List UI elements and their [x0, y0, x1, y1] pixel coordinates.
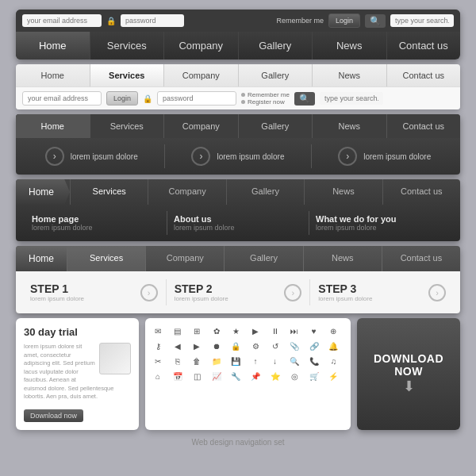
nav1-password-input[interactable] [121, 14, 184, 27]
nav1-login-button[interactable]: Login [328, 13, 360, 28]
icon-cell-8[interactable]: ♥ [308, 324, 321, 337]
arrow-circle-0[interactable]: › [45, 147, 64, 166]
icon-cell-10[interactable]: ⚷ [152, 340, 164, 352]
icon-cell-4[interactable]: ★ [229, 324, 242, 337]
nav5-link-news[interactable]: News [303, 246, 382, 271]
nav3-link-gallery[interactable]: Gallery [239, 114, 313, 138]
download-now-button[interactable]: DOWNLOAD NOW ⬇ [357, 318, 460, 430]
icon-cell-36[interactable]: ⭐ [269, 370, 282, 382]
icon-cell-3[interactable]: ✿ [210, 324, 223, 337]
icon-cell-19[interactable]: 🔔 [327, 340, 340, 352]
arrow-circle-2[interactable]: › [338, 147, 357, 166]
nav4-link-company[interactable]: Company [148, 179, 225, 205]
icon-cell-2[interactable]: ⊞ [190, 324, 203, 337]
step-arrow-0[interactable]: › [140, 284, 158, 301]
nav2-password-input[interactable] [157, 91, 236, 106]
trial-download-button[interactable]: Download now [24, 409, 83, 422]
nav4-section-sub-2: lorem ipsum dolore [316, 224, 444, 232]
icon-cell-30[interactable]: ⌂ [152, 370, 164, 382]
nav4-link-services[interactable]: Services [70, 179, 148, 205]
nav5-top: HomeServicesCompanyGalleryNewsContact us [16, 246, 460, 271]
icon-cell-15[interactable]: ⚙ [249, 340, 262, 352]
nav4-link-gallery[interactable]: Gallery [226, 179, 304, 205]
nav5-link-contact-us[interactable]: Contact us [382, 246, 460, 271]
icon-cell-12[interactable]: ▶ [190, 340, 203, 352]
icon-cell-31[interactable]: 📅 [171, 370, 184, 382]
icon-cell-28[interactable]: 📞 [308, 355, 321, 367]
nav1-email-input[interactable] [22, 14, 102, 27]
icon-cell-14[interactable]: 🔒 [229, 340, 242, 352]
nav2-search-input[interactable] [320, 92, 383, 105]
nav4-link-contact-us[interactable]: Contact us [382, 179, 460, 205]
nav2-link-services[interactable]: Services [90, 64, 165, 86]
nav4-content: Home pagelorem ipsum doloreAbout uslorem… [16, 205, 460, 241]
dot-icon [241, 93, 245, 97]
icon-cell-18[interactable]: 🔗 [308, 340, 321, 352]
nav1-search-button[interactable]: 🔍 [365, 14, 386, 28]
step-arrow-2[interactable]: › [428, 284, 446, 301]
nav3-link-home[interactable]: Home [16, 114, 90, 138]
nav1-link-contact-us[interactable]: Contact us [387, 32, 461, 60]
icon-cell-17[interactable]: 📎 [288, 340, 301, 352]
step-arrow-1[interactable]: › [284, 284, 301, 301]
icon-cell-9[interactable]: ⊕ [327, 324, 340, 337]
icon-cell-32[interactable]: ◫ [190, 370, 203, 382]
nav1-link-home[interactable]: Home [16, 32, 90, 60]
icon-cell-13[interactable]: ⏺ [210, 340, 223, 352]
icon-cell-20[interactable]: ✂ [152, 355, 164, 367]
nav2-email-input[interactable] [22, 91, 102, 106]
nav2-search-button[interactable]: 🔍 [294, 92, 315, 106]
icon-cell-22[interactable]: 🗑 [190, 355, 203, 367]
icon-cell-39[interactable]: ⚡ [327, 370, 340, 382]
icon-cell-1[interactable]: ▤ [171, 324, 184, 337]
nav2-link-news[interactable]: News [313, 64, 387, 86]
icon-cell-27[interactable]: 🔍 [288, 355, 301, 367]
icon-cell-33[interactable]: 📈 [210, 370, 223, 382]
nav3-arrow-item-1: ›lorem ipsum dolore [191, 147, 284, 166]
nav5-home-link[interactable]: Home [16, 246, 67, 271]
nav4-section-0: Home pagelorem ipsum dolore [25, 211, 167, 235]
nav3-link-news[interactable]: News [313, 114, 387, 138]
icon-cell-5[interactable]: ▶ [249, 324, 262, 337]
nav1-link-news[interactable]: News [313, 32, 387, 60]
icon-cell-7[interactable]: ⏭ [288, 324, 301, 337]
icon-cell-37[interactable]: ◎ [288, 370, 301, 382]
nav3-link-contact-us[interactable]: Contact us [387, 114, 461, 138]
icon-cell-34[interactable]: 🔧 [229, 370, 242, 382]
nav1-search-input[interactable] [390, 14, 454, 27]
nav5-link-company[interactable]: Company [145, 246, 224, 271]
icon-cell-38[interactable]: 🛒 [308, 370, 321, 382]
icon-cell-6[interactable]: ⏸ [269, 324, 282, 337]
nav4-home-link[interactable]: Home [16, 179, 70, 205]
nav3-link-services[interactable]: Services [90, 114, 165, 138]
nav2-link-company[interactable]: Company [164, 64, 239, 86]
icon-cell-0[interactable]: ✉ [152, 324, 164, 337]
nav3-link-company[interactable]: Company [164, 114, 239, 138]
nav2-remember-box: Remember me Register now [241, 91, 290, 106]
nav5-link-services[interactable]: Services [67, 246, 145, 271]
icon-cell-24[interactable]: 💾 [229, 355, 242, 367]
nav1-link-services[interactable]: Services [90, 32, 165, 60]
icon-cell-16[interactable]: ↺ [269, 340, 282, 352]
nav2-link-gallery[interactable]: Gallery [239, 64, 313, 86]
icon-cell-29[interactable]: ♫ [327, 355, 340, 367]
step-title-0: STEP 1 [30, 282, 134, 295]
icon-cell-25[interactable]: ↑ [249, 355, 262, 367]
nav2-link-home[interactable]: Home [16, 64, 90, 86]
nav1-link-gallery[interactable]: Gallery [239, 32, 313, 60]
icon-cell-23[interactable]: 📁 [210, 355, 223, 367]
nav5-link-gallery[interactable]: Gallery [224, 246, 302, 271]
nav4-link-news[interactable]: News [304, 179, 382, 205]
nav2-login-button[interactable]: Login [106, 91, 138, 106]
bottom-row: 30 day trial lorem ipsum dolore sit amet… [16, 318, 460, 430]
nav3-arrows-row: ›lorem ipsum dolore›lorem ipsum dolore›l… [16, 138, 460, 175]
icon-cell-26[interactable]: ↓ [269, 355, 282, 367]
footer-label: Web design navigation set [16, 435, 460, 448]
step-sub-2: lorem ipsum dolore [318, 295, 422, 302]
icon-cell-11[interactable]: ◀ [171, 340, 184, 352]
nav2-link-contact-us[interactable]: Contact us [387, 64, 461, 86]
arrow-circle-1[interactable]: › [191, 147, 210, 166]
icon-cell-35[interactable]: 📌 [249, 370, 262, 382]
nav1-link-company[interactable]: Company [164, 32, 239, 60]
icon-cell-21[interactable]: ⎘ [171, 355, 184, 367]
